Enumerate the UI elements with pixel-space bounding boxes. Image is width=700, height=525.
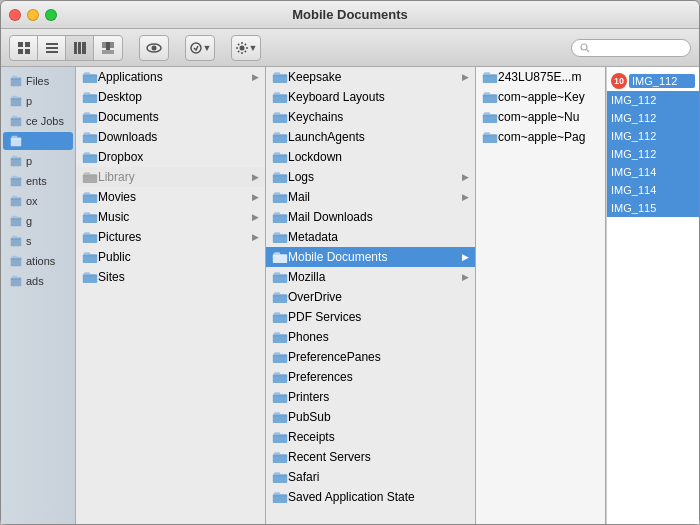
col3-item-1[interactable]: com~apple~Key [476,87,605,107]
sidebar-item-9[interactable]: s [3,232,73,250]
sidebar-item-6[interactable]: ents [3,172,73,190]
sidebar-label-2: p [26,95,32,107]
right-panel-item-5[interactable]: IMG_114 [607,163,699,181]
col2-preferences[interactable]: Preferences [266,367,475,387]
right-panel-first-item[interactable]: 10 IMG_112 [607,71,699,91]
col2-preferences-label: Preferences [288,370,469,384]
sidebar-label-11: ads [26,275,44,287]
col1-sites[interactable]: Sites [76,267,265,287]
arrange-group [139,35,169,61]
col1-music[interactable]: Music ▶ [76,207,265,227]
coverflow-view-button[interactable] [94,36,122,60]
col2-keepsake[interactable]: Keepsake ▶ [266,67,475,87]
col1-downloads[interactable]: Downloads [76,127,265,147]
sidebar-item-2[interactable]: p [3,92,73,110]
svg-rect-10 [102,42,106,48]
svg-rect-48 [273,194,287,203]
col2-safari[interactable]: Safari [266,467,475,487]
col2-preferencepanes[interactable]: PreferencePanes [266,347,475,367]
col1-applications[interactable]: Applications ▶ [76,67,265,87]
col2-metadata-label: Metadata [288,230,469,244]
col2-metadata[interactable]: Metadata [266,227,475,247]
sidebar-label-5: p [26,155,32,167]
sidebar-item-files[interactable]: Files [3,72,73,90]
action-group: ▼ [185,35,215,61]
sidebar-item-3[interactable]: ce Jobs [3,112,73,130]
col2-pubsub[interactable]: PubSub [266,407,475,427]
search-box[interactable] [571,39,691,57]
col2-mobile-documents[interactable]: Mobile Documents ▶ [266,247,475,267]
sidebar-item-selected[interactable] [3,132,73,150]
col2-phones[interactable]: Phones [266,327,475,347]
svg-rect-9 [82,42,86,54]
sidebar-item-11[interactable]: ads [3,272,73,290]
svg-rect-54 [273,314,287,323]
col3-item-0[interactable]: 243LU875E...m [476,67,605,87]
maximize-button[interactable] [45,9,57,21]
col2-mail-downloads[interactable]: Mail Downloads [266,207,475,227]
col1-movies[interactable]: Movies ▶ [76,187,265,207]
col3-item-1-label: com~apple~Key [498,90,599,104]
col1-dropbox[interactable]: Dropbox [76,147,265,167]
col1-desktop-label: Desktop [98,90,259,104]
sidebar-item-10[interactable]: ations [3,252,73,270]
action-button[interactable]: ▼ [186,36,214,60]
col1-sites-label: Sites [98,270,259,284]
right-panel-item-2[interactable]: IMG_112 [607,109,699,127]
col1-desktop[interactable]: Desktop [76,87,265,107]
col3-item-3[interactable]: com~apple~Pag [476,127,605,147]
svg-rect-23 [11,138,22,147]
col3-item-2[interactable]: com~apple~Nu [476,107,605,127]
search-input[interactable] [593,42,682,54]
svg-rect-12 [110,42,114,48]
col2-keyboard-layouts[interactable]: Keyboard Layouts [266,87,475,107]
right-panel-item-7[interactable]: IMG_115 [607,199,699,217]
col2-receipts[interactable]: Receipts [266,427,475,447]
svg-rect-30 [11,278,22,287]
settings-button[interactable]: ▼ [232,36,260,60]
svg-point-15 [152,45,157,50]
svg-rect-52 [273,274,287,283]
col2-printers[interactable]: Printers [266,387,475,407]
col2-mail[interactable]: Mail ▶ [266,187,475,207]
col1-public-label: Public [98,250,259,264]
svg-rect-32 [83,94,97,103]
columns-container: Applications ▶ Desktop Documents Downloa… [76,67,699,524]
sidebar-item-8[interactable]: g [3,212,73,230]
svg-point-17 [239,45,244,50]
col2-keychains[interactable]: Keychains [266,107,475,127]
svg-rect-29 [11,258,22,267]
col2-overdrive[interactable]: OverDrive [266,287,475,307]
col2-launchagents[interactable]: LaunchAgents [266,127,475,147]
col2-saved-app-state[interactable]: Saved Application State [266,487,475,507]
col1-library[interactable]: Library ▶ [76,167,265,187]
col2-lockdown[interactable]: Lockdown [266,147,475,167]
right-panel-item-3[interactable]: IMG_112 [607,127,699,145]
sidebar-item-5[interactable]: p [3,152,73,170]
col1-public[interactable]: Public [76,247,265,267]
close-button[interactable] [9,9,21,21]
svg-rect-61 [273,454,287,463]
minimize-button[interactable] [27,9,39,21]
col2-mozilla[interactable]: Mozilla ▶ [266,267,475,287]
col2-mozilla-arrow: ▶ [462,272,469,282]
col1-downloads-label: Downloads [98,130,259,144]
sidebar-item-7[interactable]: ox [3,192,73,210]
svg-rect-8 [78,42,81,54]
icon-view-button[interactable] [10,36,38,60]
right-panel-item-4[interactable]: IMG_112 [607,145,699,163]
right-panel-item-1[interactable]: IMG_112 [607,91,699,109]
eye-button[interactable] [140,36,168,60]
right-panel-item-6[interactable]: IMG_114 [607,181,699,199]
settings-group: ▼ [231,35,261,61]
col2-mobile-documents-arrow: ▶ [462,252,469,262]
svg-rect-35 [83,154,97,163]
col2-pdf-services[interactable]: PDF Services [266,307,475,327]
col2-logs[interactable]: Logs ▶ [266,167,475,187]
list-view-button[interactable] [38,36,66,60]
column-view-button[interactable] [66,36,94,60]
col2-logs-arrow: ▶ [462,172,469,182]
col1-pictures[interactable]: Pictures ▶ [76,227,265,247]
col2-recent-servers[interactable]: Recent Servers [266,447,475,467]
col1-documents[interactable]: Documents [76,107,265,127]
